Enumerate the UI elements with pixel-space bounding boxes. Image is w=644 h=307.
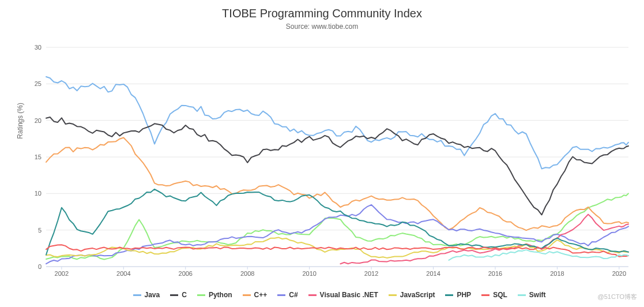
y-tick-label: 20 (35, 117, 42, 124)
x-tick-label: 2008 (240, 270, 254, 277)
legend-label: Java (145, 291, 160, 299)
legend-label: Python (209, 291, 232, 299)
legend-label: JavaScript (400, 291, 435, 299)
legend-label: C (182, 291, 187, 299)
legend-label: Swift (529, 291, 546, 299)
legend-swatch (481, 294, 489, 296)
legend-item-swift[interactable]: Swift (518, 291, 546, 299)
chart-title: TIOBE Programming Community Index (6, 7, 638, 20)
legend-item-java[interactable]: Java (133, 291, 160, 299)
legend-item-c-[interactable]: C++ (243, 291, 268, 299)
x-tick-label: 2018 (550, 270, 564, 277)
legend-swatch (518, 294, 526, 296)
x-tick-label: 2012 (364, 270, 378, 277)
legend-label: PHP (457, 291, 471, 299)
legend-swatch (308, 294, 317, 296)
x-tick-label: 2014 (426, 270, 440, 277)
y-tick-label: 0 (38, 263, 42, 270)
legend-label: Visual Basic .NET (320, 291, 378, 299)
y-tick-label: 10 (35, 190, 42, 197)
series-line-php[interactable] (46, 189, 628, 255)
x-tick-label: 2006 (179, 270, 193, 277)
legend-swatch (133, 294, 141, 296)
x-tick-label: 2004 (116, 270, 130, 277)
y-tick-label: 5 (38, 227, 42, 234)
chart-subtitle: Source: www.tiobe.com (6, 23, 638, 31)
x-tick-label: 2016 (488, 270, 502, 277)
legend-label: C++ (254, 291, 268, 299)
legend-label: C# (289, 291, 297, 299)
y-tick-label: 25 (35, 80, 42, 87)
x-tick-label: 2010 (302, 270, 316, 277)
legend-item-python[interactable]: Python (197, 291, 232, 299)
series-line-java[interactable] (46, 77, 628, 169)
legend-item-sql[interactable]: SQL (481, 291, 507, 299)
legend-label: SQL (493, 291, 507, 299)
legend-item-php[interactable]: PHP (445, 291, 471, 299)
legend-item-visual-basic-net[interactable]: Visual Basic .NET (308, 291, 378, 299)
legend-item-c-[interactable]: C# (277, 291, 297, 299)
chart-container: TIOBE Programming Community Index Source… (6, 7, 638, 302)
y-tick-label: 15 (35, 154, 42, 160)
legend-swatch (445, 294, 453, 296)
x-tick-label: 2020 (612, 270, 626, 277)
legend-swatch (389, 294, 397, 296)
legend-item-javascript[interactable]: JavaScript (389, 291, 435, 299)
legend-item-c[interactable]: C (170, 291, 187, 299)
legend-swatch (170, 294, 178, 296)
legend-swatch (243, 294, 251, 296)
plot-svg (46, 47, 628, 267)
y-axis-label: Ratings (%) (16, 103, 24, 139)
plot-area: 0510152025302002200420062008201020122014… (46, 47, 628, 267)
watermark: @51CTO博客 (598, 293, 637, 301)
x-tick-label: 2002 (55, 270, 69, 277)
legend: JavaCPythonC++C#Visual Basic .NETJavaScr… (46, 287, 632, 302)
legend-swatch (197, 294, 205, 296)
legend-swatch (277, 294, 285, 296)
y-tick-label: 30 (35, 44, 42, 51)
